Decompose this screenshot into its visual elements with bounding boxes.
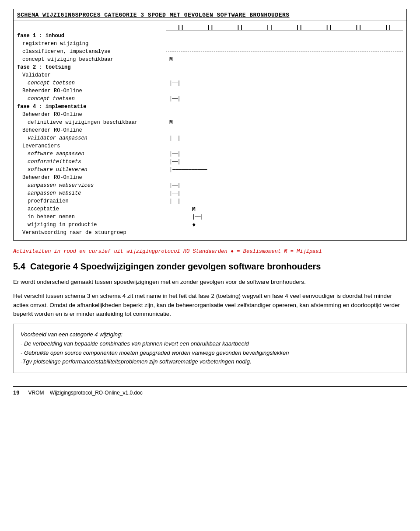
section-title: Categorie 4 Spoedwijzigingen zonder gevo… [30,262,321,271]
body-paragraph1: Er wordt onderscheid gemaakt tussen spoe… [13,278,407,286]
row-inbeheer: in beheer nemen |——| [17,213,403,221]
beheerder2-label: Beheerder RO-Online [17,112,166,118]
classificeren-label: classificeren, impactanalyse [17,49,166,55]
row-validator: Validator [17,71,403,79]
beheerder3-label: Beheerder RO-Online [17,127,166,133]
aanpassen-website-label: aanpassen website [17,190,166,196]
fase2-label: fase 2 : toetsing [17,64,166,70]
footer-document: VROM – Wijzigingsprotocol_RO-Online_v1.0… [28,390,142,396]
example-box: Voorbeeld van een categorie 4 wijziging:… [13,324,407,373]
row-proef: proefdraaiien |——| [17,197,403,205]
schema-title: SCHEMA WIJZIGINGSPROCES CATEGORIE 3 SPOE… [14,9,406,21]
fase4-label: fase 4 : implementatie [17,104,166,110]
milestone-m3: M [192,206,196,213]
conformiteit-label: conformiteittoets [17,159,166,165]
row-fase4: fase 4 : implementatie [17,103,403,111]
row-aanpassen-website: aanpassen website |——| [17,189,403,197]
bar-website: |——| [169,190,180,196]
legend-text: Activiteiten in rood en cursief uit wijz… [13,248,407,255]
validator-label: Validator [17,72,166,78]
row-acceptatie: acceptatie M [17,205,403,213]
acceptatie-label: acceptatie [17,206,166,212]
section-number: 5.4 [13,262,25,271]
bar-proef: |——| [169,198,180,204]
row-registreren: registreren wijziging [17,40,403,48]
verantwoording-label: Verantwoording naar de stuurgroep [17,230,166,236]
leveranciers-label: Leveranciers [17,143,166,149]
row-conformiteit: conformiteittoets |——| [17,158,403,166]
page-footer: 19 VROM – Wijzigingsprotocol_RO-Online_v… [13,386,407,396]
example-item3: -Tgv plotselinge performance/stabiliteit… [21,357,399,367]
bar-webserv: |——| [169,182,180,189]
software-uitleveren-label: software uitleveren [17,167,166,173]
beheerder4-label: Beheerder RO-Online [17,175,166,181]
row-concept-toetsen-b: concept toetsen |——| [17,95,403,103]
concept-beschikbaar-label: concept wijziging beschikbaar [17,56,166,63]
page-wrapper: SCHEMA WIJZIGINGSPROCES CATEGORIE 3 SPOE… [13,9,407,396]
concept-toetsen-v-label: concept toetsen [17,80,166,86]
beheerder1-label: Beheerder RO-Online [17,88,166,94]
schema-table: SCHEMA WIJZIGINGSPROCES CATEGORIE 3 SPOE… [13,9,407,241]
example-item2: - Gebruikte open source componenten moet… [21,349,399,358]
schema-content: || || || || || || || || fase 1 : inhoud … [14,21,406,240]
inbeheer-label: in beheer nemen [17,214,166,220]
registreren-label: registreren wijziging [17,41,166,47]
fase1-label: fase 1 : inhoud [17,33,166,39]
row-aanpassen-webservices: aanpassen webservices |——| [17,182,403,189]
software-aanpassen-label: software aanpassen [17,151,166,157]
bar-inbeheer: |——| [192,214,203,220]
row-beheerder4: Beheerder RO-Online [17,174,403,182]
row-beheerder2: Beheerder RO-Online [17,111,403,119]
concept-toetsen-b-label: concept toetsen [17,96,166,102]
milestone-m1: M [169,56,173,63]
row-concept-beschikbaar: concept wijziging beschikbaar M [17,56,403,63]
row-definitief: definitieve wijzigingen beschikbaar M [17,119,403,126]
body-paragraph2: Het verschil tussen schema 3 en schema 4… [13,292,407,318]
row-fase2: fase 2 : toetsing [17,63,403,71]
bar-b-ct: |——| [169,96,180,102]
validator-aanpassen-label: validator aanpassen [17,135,166,141]
example-intro: Voorbeeld van een categorie 4 wijziging: [21,330,399,339]
row-productie: wijziging in productie ♦ [17,221,403,229]
row-fase1: fase 1 : inhoud [17,32,403,40]
row-leveranciers: Leveranciers [17,142,403,150]
row-classificeren: classificeren, impactanalyse [17,48,403,56]
row-beheerder1: Beheerder RO-Online [17,87,403,95]
section-heading: 5.4 Categorie 4 Spoedwijzigingen zonder … [13,262,407,272]
row-software-uitleveren: software uitleveren |——————————— [17,166,403,174]
aanpassen-webservices-label: aanpassen webservices [17,182,166,189]
example-item1: - De verbeelding van bepaalde combinatie… [21,339,399,349]
bar-val-aanp: |——| [169,135,180,141]
productie-label: wijziging in productie [17,222,166,228]
bar-sw-uit: |——————————— [169,167,207,173]
definitief-label: definitieve wijzigingen beschikbaar [17,119,166,126]
bar-v-ct: |——| [169,80,180,86]
page-number: 19 [13,389,19,396]
row-beheerder3: Beheerder RO-Online [17,126,403,134]
row-validator-aanpassen: validator aanpassen |——| [17,134,403,142]
row-software-aanpassen: software aanpassen |——| [17,150,403,158]
milestone-m2: M [169,119,173,126]
diamond-symbol: ♦ [192,221,196,228]
proef-label: proefdraaiien [17,198,166,204]
row-verantwoording: Verantwoording naar de stuurgroep [17,229,403,237]
bar-conform: |——| [169,159,180,165]
row-concept-toetsen-v: concept toetsen |——| [17,79,403,87]
bar-sw-aanp: |——| [169,151,180,157]
